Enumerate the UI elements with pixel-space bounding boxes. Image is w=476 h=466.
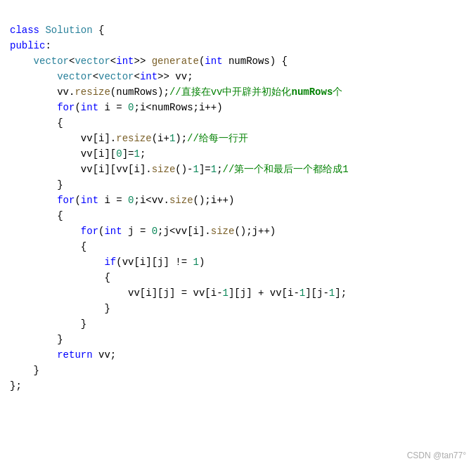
line-12: for(int i = 0;i<vv.size();i++) [10,195,234,206]
line-16: if(vv[i][j] != 1) [10,257,205,268]
line-8: vv[i].resize(i+1);//给每一行开 [10,133,248,144]
line-10: vv[i][vv[i].size()-1]=1;//第一个和最后一个都给成1 [10,164,349,175]
line-7: { [10,117,63,129]
line-9: vv[i][0]=1; [10,148,146,160]
code-block: class Solution { public: vector<vector<i… [0,7,476,409]
line-1: class Solution { [10,25,104,36]
line-5: vv.resize(numRows);//直接在vv中开辟并初始化numRows… [10,86,342,98]
line-6: for(int i = 0;i<numRows;i++) [10,102,223,113]
line-15: { [10,241,86,252]
line-3: vector<vector<int>> generate(int numRows… [10,56,288,67]
line-2: public: [10,40,51,51]
line-20: } [10,318,86,330]
line-22: return vv; [10,349,116,361]
line-11: } [10,179,63,190]
line-18: vv[i][j] = vv[i-1][j] + vv[i-1][j-1]; [10,287,347,299]
code-container: class Solution { public: vector<vector<i… [0,0,476,466]
watermark: CSDN @tan77° [407,451,466,460]
line-24: }; [10,380,22,391]
line-17: { [10,272,110,283]
line-13: { [10,210,63,221]
line-14: for(int j = 0;j<vv[i].size();j++) [10,226,276,237]
line-19: } [10,303,110,314]
line-21: } [10,334,63,345]
line-23: } [10,365,39,376]
line-4: vector<vector<int>> vv; [10,71,193,82]
